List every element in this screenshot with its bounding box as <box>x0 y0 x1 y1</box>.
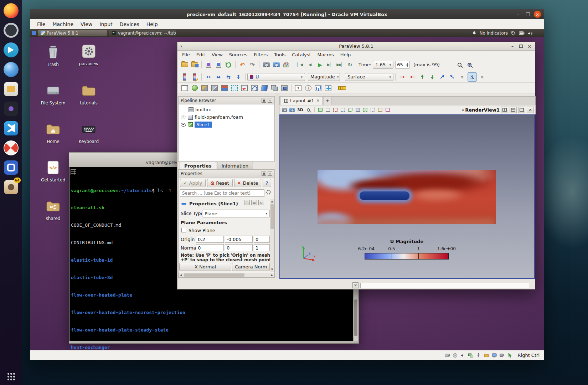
slice-filter-button[interactable] <box>210 83 219 93</box>
color-field-combo[interactable]: U <box>247 73 305 81</box>
frame-spinbox[interactable]: ▲▼ <box>395 61 410 69</box>
dock-ring-app[interactable] <box>3 22 19 38</box>
representation-combo[interactable]: Surface <box>345 73 393 81</box>
undo-button[interactable] <box>238 60 247 70</box>
menu-file[interactable]: File <box>179 51 193 58</box>
select-cells-through-button[interactable] <box>332 107 339 113</box>
delete-button[interactable]: ✕Delete <box>234 179 261 187</box>
select-polygon-cells-button[interactable] <box>347 107 354 113</box>
warp-by-vector-button[interactable] <box>260 83 269 93</box>
paste-properties-icon[interactable]: ▤ <box>251 200 257 205</box>
rescale-to-data-range-button[interactable] <box>204 72 213 82</box>
dock-red-wheel-app[interactable] <box>3 140 19 156</box>
x-normal-button[interactable]: X Normal <box>179 263 231 271</box>
terminal-menu-icon[interactable] <box>71 169 76 175</box>
bell-icon[interactable] <box>472 31 476 36</box>
interactive-select-points-button[interactable] <box>370 107 376 113</box>
open-file-button[interactable] <box>180 60 189 70</box>
group-datasets-button[interactable] <box>270 83 279 93</box>
recording-status-icon[interactable] <box>499 353 505 358</box>
hover-cells-button[interactable] <box>377 107 384 113</box>
normal-y-field[interactable] <box>225 244 253 251</box>
pipeline-item-fluid-openfoam[interactable]: fluid-openfoam.foam <box>179 113 274 121</box>
normal-z-input[interactable] <box>254 245 269 251</box>
menu-sources[interactable]: Sources <box>226 51 251 58</box>
reset-camera-button[interactable] <box>262 60 271 70</box>
panel-splitter[interactable] <box>275 93 279 278</box>
menu-help[interactable]: Help <box>143 20 161 28</box>
origin-x-field[interactable] <box>196 236 224 243</box>
scroll-left-icon[interactable]: ◀ <box>179 274 183 277</box>
menu-input[interactable]: Input <box>96 20 116 28</box>
color-component-combo[interactable]: Magnitude <box>308 73 340 81</box>
network-status-icon[interactable] <box>468 353 474 358</box>
color-legend[interactable]: U Magnitude 6.2e-04 0.5 1 1.6e+00 <box>365 239 449 260</box>
undock-icon[interactable]: ▣ <box>262 171 266 176</box>
display-status-icon[interactable] <box>491 353 497 358</box>
chevron-down-icon[interactable] <box>180 44 182 48</box>
select-block-button[interactable] <box>355 107 361 113</box>
set-view-minus-x-button[interactable] <box>408 72 417 82</box>
slice-type-combo[interactable]: Plane <box>202 210 270 217</box>
spin-arrows-icon[interactable]: ▲▼ <box>405 61 409 68</box>
scroll-down-icon[interactable]: ▼ <box>270 267 274 272</box>
undock-icon[interactable]: ▣ <box>262 98 266 103</box>
ruler-button[interactable] <box>337 83 347 93</box>
render3d-toggle[interactable]: 3D <box>296 108 304 112</box>
hdd-status-icon[interactable] <box>444 353 450 358</box>
desktop-icon-filesystem[interactable]: File System <box>38 83 68 106</box>
save-state-button[interactable] <box>214 60 223 70</box>
glyph-filter-button[interactable] <box>240 83 249 93</box>
auto-apply-toggle[interactable] <box>224 60 233 70</box>
toolbar-overflow-icon[interactable] <box>478 72 487 82</box>
abort-progress-button[interactable]: ✕ <box>352 282 359 288</box>
play-button[interactable] <box>315 60 325 70</box>
taskbar-applet-icon[interactable] <box>32 31 36 35</box>
last-frame-button[interactable] <box>335 60 345 70</box>
render-view[interactable]: U Magnitude 6.2e-04 0.5 1 1.6e+00 <box>279 114 535 279</box>
reset-button[interactable]: Reset <box>207 179 233 187</box>
edit-color-map-button[interactable] <box>190 72 199 82</box>
capture-screenshot-button[interactable] <box>272 60 281 70</box>
restore-button[interactable] <box>524 11 532 18</box>
show-plane-checkbox[interactable] <box>181 228 186 232</box>
scroll-thumb[interactable] <box>184 273 244 277</box>
add-layout-tab-button[interactable]: + <box>324 96 331 105</box>
normal-x-input[interactable] <box>196 245 223 251</box>
layout-tab[interactable]: Layout #1 ✕ <box>281 96 323 105</box>
zoom-to-data-button[interactable] <box>455 60 464 70</box>
pipeline-item-slice1[interactable]: Slice1 <box>179 121 274 128</box>
frame-input[interactable] <box>396 62 405 67</box>
menu-macros[interactable]: Macros <box>314 51 337 58</box>
normal-x-field[interactable] <box>196 244 224 251</box>
view-screenshot-button[interactable] <box>281 107 288 113</box>
cd-status-icon[interactable] <box>452 353 458 358</box>
close-icon[interactable]: × <box>268 98 272 103</box>
normal-y-input[interactable] <box>225 245 252 251</box>
set-view-minus-z-button[interactable] <box>448 72 457 82</box>
taskbar-window-paraview[interactable]: ParaView 5.8.1 <box>38 30 107 36</box>
mouse-integration-icon[interactable] <box>507 353 513 358</box>
origin-x-input[interactable] <box>196 236 223 242</box>
dock-telegram[interactable] <box>3 42 19 58</box>
dock-badged-app[interactable]: 64 <box>3 179 19 195</box>
load-state-button[interactable] <box>204 60 213 70</box>
temporal-interpolator-button[interactable] <box>324 83 333 93</box>
loop-button[interactable] <box>345 60 355 70</box>
minimize-button[interactable] <box>514 11 522 18</box>
copy-properties-icon[interactable]: ❏ <box>244 200 250 205</box>
render-view-label[interactable]: RenderView1 <box>465 107 500 113</box>
stream-tracer-button[interactable] <box>250 83 259 93</box>
desktop-icon-paraview[interactable]: paraview <box>73 43 104 66</box>
probe-location-button[interactable] <box>304 83 313 93</box>
indicator-label[interactable]: No Indicators <box>480 31 508 36</box>
tag-icon[interactable] <box>511 31 516 36</box>
properties-vertical-scrollbar[interactable]: ▲ ▼ <box>270 199 274 272</box>
close-button[interactable] <box>526 43 533 50</box>
slice-visualization[interactable] <box>318 170 496 224</box>
normal-z-field[interactable] <box>254 244 270 251</box>
split-horizontal-button[interactable] <box>501 107 508 113</box>
scroll-thumb[interactable] <box>270 204 274 229</box>
save-data-button[interactable] <box>190 60 199 70</box>
view-toolbar-overflow-icon[interactable]: » <box>461 107 464 113</box>
